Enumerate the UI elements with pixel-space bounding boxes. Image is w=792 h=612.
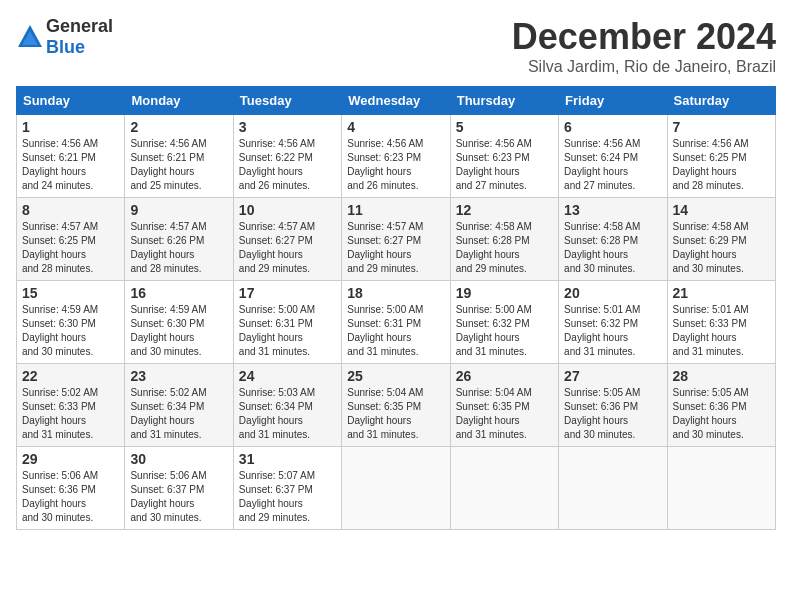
calendar-row: 8Sunrise: 4:57 AMSunset: 6:25 PMDaylight…: [17, 198, 776, 281]
day-info: Sunrise: 4:57 AMSunset: 6:27 PMDaylight …: [239, 220, 336, 276]
day-number: 13: [564, 202, 661, 218]
calendar-cell: 23Sunrise: 5:02 AMSunset: 6:34 PMDayligh…: [125, 364, 233, 447]
day-info: Sunrise: 5:01 AMSunset: 6:33 PMDaylight …: [673, 303, 770, 359]
logo-general: General: [46, 16, 113, 36]
calendar-cell: 30Sunrise: 5:06 AMSunset: 6:37 PMDayligh…: [125, 447, 233, 530]
calendar-table: Sunday Monday Tuesday Wednesday Thursday…: [16, 86, 776, 530]
day-info: Sunrise: 5:02 AMSunset: 6:33 PMDaylight …: [22, 386, 119, 442]
day-number: 23: [130, 368, 227, 384]
day-number: 25: [347, 368, 444, 384]
day-info: Sunrise: 4:57 AMSunset: 6:27 PMDaylight …: [347, 220, 444, 276]
day-number: 3: [239, 119, 336, 135]
calendar-cell: 28Sunrise: 5:05 AMSunset: 6:36 PMDayligh…: [667, 364, 775, 447]
day-number: 12: [456, 202, 553, 218]
day-info: Sunrise: 5:06 AMSunset: 6:36 PMDaylight …: [22, 469, 119, 525]
header-friday: Friday: [559, 87, 667, 115]
day-number: 15: [22, 285, 119, 301]
calendar-cell: 16Sunrise: 4:59 AMSunset: 6:30 PMDayligh…: [125, 281, 233, 364]
day-info: Sunrise: 5:04 AMSunset: 6:35 PMDaylight …: [347, 386, 444, 442]
day-number: 9: [130, 202, 227, 218]
calendar-cell: 25Sunrise: 5:04 AMSunset: 6:35 PMDayligh…: [342, 364, 450, 447]
day-number: 11: [347, 202, 444, 218]
calendar-cell: 19Sunrise: 5:00 AMSunset: 6:32 PMDayligh…: [450, 281, 558, 364]
day-info: Sunrise: 4:56 AMSunset: 6:23 PMDaylight …: [347, 137, 444, 193]
location-title: Silva Jardim, Rio de Janeiro, Brazil: [512, 58, 776, 76]
day-number: 5: [456, 119, 553, 135]
day-number: 31: [239, 451, 336, 467]
day-info: Sunrise: 4:59 AMSunset: 6:30 PMDaylight …: [22, 303, 119, 359]
weekday-header-row: Sunday Monday Tuesday Wednesday Thursday…: [17, 87, 776, 115]
day-info: Sunrise: 4:56 AMSunset: 6:21 PMDaylight …: [130, 137, 227, 193]
calendar-cell: 11Sunrise: 4:57 AMSunset: 6:27 PMDayligh…: [342, 198, 450, 281]
calendar-cell: 20Sunrise: 5:01 AMSunset: 6:32 PMDayligh…: [559, 281, 667, 364]
day-number: 7: [673, 119, 770, 135]
day-info: Sunrise: 4:57 AMSunset: 6:26 PMDaylight …: [130, 220, 227, 276]
day-number: 20: [564, 285, 661, 301]
day-number: 27: [564, 368, 661, 384]
calendar-cell: 17Sunrise: 5:00 AMSunset: 6:31 PMDayligh…: [233, 281, 341, 364]
page-header: General Blue December 2024 Silva Jardim,…: [16, 16, 776, 76]
day-info: Sunrise: 5:01 AMSunset: 6:32 PMDaylight …: [564, 303, 661, 359]
calendar-cell: [450, 447, 558, 530]
header-thursday: Thursday: [450, 87, 558, 115]
calendar-cell: 1Sunrise: 4:56 AMSunset: 6:21 PMDaylight…: [17, 115, 125, 198]
header-tuesday: Tuesday: [233, 87, 341, 115]
calendar-row: 22Sunrise: 5:02 AMSunset: 6:33 PMDayligh…: [17, 364, 776, 447]
day-number: 8: [22, 202, 119, 218]
calendar-cell: 5Sunrise: 4:56 AMSunset: 6:23 PMDaylight…: [450, 115, 558, 198]
day-number: 14: [673, 202, 770, 218]
day-number: 17: [239, 285, 336, 301]
calendar-cell: 13Sunrise: 4:58 AMSunset: 6:28 PMDayligh…: [559, 198, 667, 281]
day-info: Sunrise: 4:59 AMSunset: 6:30 PMDaylight …: [130, 303, 227, 359]
calendar-cell: 3Sunrise: 4:56 AMSunset: 6:22 PMDaylight…: [233, 115, 341, 198]
day-info: Sunrise: 5:04 AMSunset: 6:35 PMDaylight …: [456, 386, 553, 442]
day-number: 16: [130, 285, 227, 301]
month-title: December 2024: [512, 16, 776, 58]
header-monday: Monday: [125, 87, 233, 115]
day-info: Sunrise: 5:00 AMSunset: 6:31 PMDaylight …: [347, 303, 444, 359]
calendar-cell: 12Sunrise: 4:58 AMSunset: 6:28 PMDayligh…: [450, 198, 558, 281]
day-info: Sunrise: 4:56 AMSunset: 6:24 PMDaylight …: [564, 137, 661, 193]
day-number: 28: [673, 368, 770, 384]
day-info: Sunrise: 4:56 AMSunset: 6:25 PMDaylight …: [673, 137, 770, 193]
day-info: Sunrise: 4:56 AMSunset: 6:21 PMDaylight …: [22, 137, 119, 193]
calendar-cell: [559, 447, 667, 530]
logo: General Blue: [16, 16, 113, 58]
calendar-cell: 7Sunrise: 4:56 AMSunset: 6:25 PMDaylight…: [667, 115, 775, 198]
day-info: Sunrise: 5:02 AMSunset: 6:34 PMDaylight …: [130, 386, 227, 442]
calendar-cell: 15Sunrise: 4:59 AMSunset: 6:30 PMDayligh…: [17, 281, 125, 364]
day-number: 6: [564, 119, 661, 135]
calendar-cell: 26Sunrise: 5:04 AMSunset: 6:35 PMDayligh…: [450, 364, 558, 447]
calendar-cell: 9Sunrise: 4:57 AMSunset: 6:26 PMDaylight…: [125, 198, 233, 281]
day-number: 21: [673, 285, 770, 301]
day-info: Sunrise: 5:00 AMSunset: 6:31 PMDaylight …: [239, 303, 336, 359]
day-number: 19: [456, 285, 553, 301]
day-number: 30: [130, 451, 227, 467]
day-number: 2: [130, 119, 227, 135]
logo-text: General Blue: [46, 16, 113, 58]
calendar-cell: 22Sunrise: 5:02 AMSunset: 6:33 PMDayligh…: [17, 364, 125, 447]
calendar-cell: 10Sunrise: 4:57 AMSunset: 6:27 PMDayligh…: [233, 198, 341, 281]
calendar-row: 29Sunrise: 5:06 AMSunset: 6:36 PMDayligh…: [17, 447, 776, 530]
day-info: Sunrise: 5:07 AMSunset: 6:37 PMDaylight …: [239, 469, 336, 525]
day-info: Sunrise: 4:56 AMSunset: 6:22 PMDaylight …: [239, 137, 336, 193]
day-number: 24: [239, 368, 336, 384]
day-info: Sunrise: 4:57 AMSunset: 6:25 PMDaylight …: [22, 220, 119, 276]
calendar-cell: [342, 447, 450, 530]
day-info: Sunrise: 5:03 AMSunset: 6:34 PMDaylight …: [239, 386, 336, 442]
day-number: 4: [347, 119, 444, 135]
day-number: 18: [347, 285, 444, 301]
day-number: 26: [456, 368, 553, 384]
day-info: Sunrise: 4:56 AMSunset: 6:23 PMDaylight …: [456, 137, 553, 193]
day-info: Sunrise: 4:58 AMSunset: 6:29 PMDaylight …: [673, 220, 770, 276]
calendar-cell: 2Sunrise: 4:56 AMSunset: 6:21 PMDaylight…: [125, 115, 233, 198]
header-wednesday: Wednesday: [342, 87, 450, 115]
calendar-cell: 6Sunrise: 4:56 AMSunset: 6:24 PMDaylight…: [559, 115, 667, 198]
calendar-cell: 14Sunrise: 4:58 AMSunset: 6:29 PMDayligh…: [667, 198, 775, 281]
calendar-cell: 21Sunrise: 5:01 AMSunset: 6:33 PMDayligh…: [667, 281, 775, 364]
logo-blue: Blue: [46, 37, 85, 57]
header-saturday: Saturday: [667, 87, 775, 115]
calendar-cell: 8Sunrise: 4:57 AMSunset: 6:25 PMDaylight…: [17, 198, 125, 281]
calendar-cell: 18Sunrise: 5:00 AMSunset: 6:31 PMDayligh…: [342, 281, 450, 364]
calendar-cell: 29Sunrise: 5:06 AMSunset: 6:36 PMDayligh…: [17, 447, 125, 530]
